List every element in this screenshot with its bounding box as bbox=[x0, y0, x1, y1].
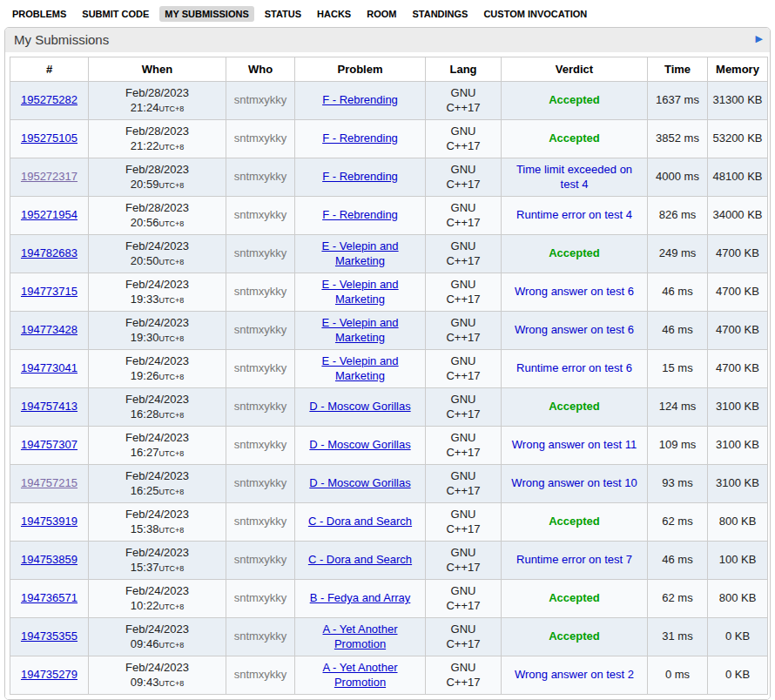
problem-link[interactable]: D - Moscow Gorillas bbox=[309, 438, 410, 451]
submission-id-link[interactable]: 194735355 bbox=[21, 629, 78, 643]
submission-id-link[interactable]: 195275282 bbox=[21, 93, 78, 106]
submission-id-link[interactable]: 195271954 bbox=[21, 208, 78, 221]
submission-memory-cell: 4700 KB bbox=[708, 312, 768, 350]
submission-id-cell: 194735279 bbox=[10, 656, 89, 695]
col-header-who: Who bbox=[226, 57, 295, 82]
nav-item-standings[interactable]: STANDINGS bbox=[407, 6, 473, 22]
submission-time-cell: 124 ms bbox=[648, 388, 708, 427]
submission-exec-time: 109 ms bbox=[659, 438, 697, 451]
submission-id-link[interactable]: 194757413 bbox=[21, 400, 78, 413]
user-link[interactable]: sntmxykky bbox=[234, 285, 287, 298]
submission-id-cell: 194782683 bbox=[10, 235, 89, 273]
submission-who-cell: sntmxykky bbox=[226, 580, 295, 618]
submission-id-link[interactable]: 194773715 bbox=[21, 285, 78, 298]
nav-item-submit-code[interactable]: SUBMIT CODE bbox=[77, 6, 154, 22]
submission-who-cell: sntmxykky bbox=[226, 350, 295, 388]
submission-exec-time: 31 ms bbox=[662, 629, 692, 643]
nav-item-room[interactable]: ROOM bbox=[361, 6, 401, 22]
submission-time-cell: 15 ms bbox=[648, 350, 708, 388]
submission-verdict-cell: Wrong answer on test 6 bbox=[502, 312, 648, 350]
submission-id-link[interactable]: 194753919 bbox=[21, 515, 78, 528]
submission-lang: GNU C++17 bbox=[441, 354, 486, 384]
submission-exec-time: 0 ms bbox=[665, 668, 690, 681]
submission-verdict: Runtime error on test 7 bbox=[516, 553, 632, 566]
submission-timezone: UTC+8 bbox=[158, 296, 184, 305]
submission-memory: 3100 KB bbox=[716, 438, 759, 451]
problem-link[interactable]: C - Dora and Search bbox=[308, 515, 412, 528]
submission-date: Feb/24/2023 bbox=[125, 584, 189, 597]
problem-link[interactable]: E - Velepin and Marketing bbox=[321, 354, 398, 382]
problem-link[interactable]: A - Yet Another Promotion bbox=[322, 661, 397, 689]
user-link[interactable]: sntmxykky bbox=[234, 438, 287, 451]
user-link[interactable]: sntmxykky bbox=[234, 591, 287, 604]
submission-id-link[interactable]: 194782683 bbox=[21, 246, 78, 259]
submission-exec-time: 1637 ms bbox=[656, 93, 699, 106]
submission-id-cell: 194735355 bbox=[10, 618, 89, 656]
user-link[interactable]: sntmxykky bbox=[234, 323, 287, 336]
user-link[interactable]: sntmxykky bbox=[234, 515, 287, 528]
user-link[interactable]: sntmxykky bbox=[234, 208, 287, 221]
submission-when-cell: Feb/24/2023 20:50UTC+8 bbox=[89, 235, 226, 273]
submission-problem-cell: B - Fedya and Array bbox=[295, 580, 426, 618]
submission-date: Feb/24/2023 bbox=[125, 278, 189, 291]
nav-item-problems[interactable]: PROBLEMS bbox=[7, 6, 71, 22]
user-link[interactable]: sntmxykky bbox=[234, 400, 287, 413]
submission-time: 09:46 bbox=[131, 637, 159, 650]
submission-verdict-cell: Accepted bbox=[502, 503, 648, 542]
user-link[interactable]: sntmxykky bbox=[234, 476, 287, 489]
problem-link[interactable]: E - Velepin and Marketing bbox=[321, 278, 398, 306]
submission-lang: GNU C++17 bbox=[441, 316, 486, 346]
submission-verdict: Wrong answer on test 10 bbox=[511, 476, 637, 489]
problem-link[interactable]: D - Moscow Gorillas bbox=[309, 400, 410, 413]
submission-memory-cell: 53200 KB bbox=[708, 120, 768, 158]
submission-when-cell: Feb/28/2023 21:22UTC+8 bbox=[89, 120, 226, 158]
submission-date: Feb/24/2023 bbox=[125, 661, 189, 674]
problem-link[interactable]: D - Moscow Gorillas bbox=[309, 476, 410, 489]
submission-who-cell: sntmxykky bbox=[226, 656, 295, 695]
user-link[interactable]: sntmxykky bbox=[234, 668, 287, 681]
submission-id-link[interactable]: 195275105 bbox=[21, 131, 78, 145]
user-link[interactable]: sntmxykky bbox=[234, 131, 287, 145]
submission-id-link[interactable]: 194773041 bbox=[21, 361, 78, 374]
submission-id-link[interactable]: 194735279 bbox=[21, 668, 78, 681]
user-link[interactable]: sntmxykky bbox=[234, 93, 287, 106]
nav-item-status[interactable]: STATUS bbox=[259, 6, 307, 22]
submission-id-cell: 194773428 bbox=[10, 312, 89, 350]
problem-link[interactable]: E - Velepin and Marketing bbox=[321, 316, 398, 344]
submission-id-link[interactable]: 194753859 bbox=[21, 553, 78, 566]
submission-date: Feb/28/2023 bbox=[125, 201, 189, 214]
submission-id-link[interactable]: 194773428 bbox=[21, 323, 78, 336]
problem-link[interactable]: A - Yet Another Promotion bbox=[322, 623, 397, 650]
problem-link[interactable]: E - Velepin and Marketing bbox=[321, 239, 398, 267]
submission-memory: 53200 KB bbox=[712, 131, 762, 145]
problem-link[interactable]: C - Dora and Search bbox=[308, 553, 412, 566]
submission-id-link[interactable]: 194757215 bbox=[21, 476, 78, 489]
user-link[interactable]: sntmxykky bbox=[234, 553, 287, 566]
nav-item-custom-invocation[interactable]: CUSTOM INVOCATION bbox=[478, 6, 592, 22]
submission-row: 194735355 Feb/24/2023 09:46UTC+8 sntmxyk… bbox=[10, 618, 768, 656]
problem-link[interactable]: B - Fedya and Array bbox=[310, 591, 411, 604]
submission-memory-cell: 0 KB bbox=[708, 656, 768, 695]
user-link[interactable]: sntmxykky bbox=[234, 361, 287, 374]
submission-problem-cell: E - Velepin and Marketing bbox=[295, 312, 426, 350]
submission-exec-time: 62 ms bbox=[662, 591, 692, 604]
submission-id-link[interactable]: 195272317 bbox=[21, 170, 78, 183]
problem-link[interactable]: F - Rebrending bbox=[322, 170, 398, 183]
problem-link[interactable]: F - Rebrending bbox=[322, 131, 398, 145]
submission-exec-time: 249 ms bbox=[659, 246, 697, 259]
submission-id-link[interactable]: 194736571 bbox=[21, 591, 78, 604]
submissions-tbody: 195275282 Feb/28/2023 21:24UTC+8 sntmxyk… bbox=[10, 82, 768, 695]
user-link[interactable]: sntmxykky bbox=[234, 246, 287, 259]
problem-link[interactable]: F - Rebrending bbox=[322, 208, 398, 221]
nav-item-hacks[interactable]: HACKS bbox=[312, 6, 356, 22]
submission-lang: GNU C++17 bbox=[441, 86, 486, 116]
submission-row: 194757215 Feb/24/2023 16:25UTC+8 sntmxyk… bbox=[10, 465, 768, 503]
user-link[interactable]: sntmxykky bbox=[234, 170, 287, 183]
problem-link[interactable]: F - Rebrending bbox=[322, 93, 398, 106]
submission-verdict: Wrong answer on test 11 bbox=[512, 438, 637, 451]
submission-id-link[interactable]: 194757307 bbox=[21, 438, 78, 451]
submission-when-cell: Feb/24/2023 19:30UTC+8 bbox=[89, 312, 226, 350]
expand-arrow-icon[interactable]: ▶ bbox=[756, 34, 763, 44]
nav-item-my-submissions[interactable]: MY SUBMISSIONS bbox=[159, 6, 253, 22]
user-link[interactable]: sntmxykky bbox=[234, 629, 287, 643]
